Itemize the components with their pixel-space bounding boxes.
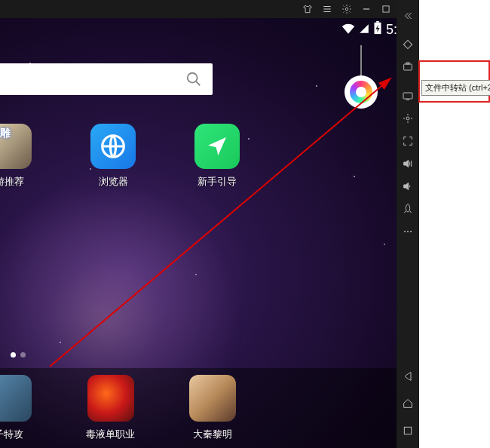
app-label: 子特攻: [0, 428, 23, 441]
settings-icon[interactable]: [341, 4, 352, 14]
app-label: 游推荐: [0, 175, 24, 189]
browser-icon: [90, 124, 136, 169]
svg-rect-1: [383, 6, 389, 12]
location-icon[interactable]: [397, 107, 419, 130]
svg-rect-14: [404, 427, 411, 434]
screenshot-icon[interactable]: [397, 56, 419, 78]
android-screen: 5:42 游推荐 浏览器 新手引导: [0, 18, 418, 448]
callout-box: 文件中转站 (ctrl+2): [418, 60, 490, 103]
dock-icon-3: [189, 375, 236, 422]
fullscreen-icon[interactable]: [397, 130, 419, 152]
volume-up-icon[interactable]: [397, 152, 419, 175]
svg-point-12: [407, 231, 409, 232]
svg-rect-9: [403, 93, 412, 99]
home-icon[interactable]: [397, 392, 419, 415]
boost-icon[interactable]: [397, 198, 419, 220]
svg-point-0: [345, 8, 348, 11]
volume-down-icon[interactable]: [397, 175, 419, 198]
svg-rect-8: [406, 63, 409, 64]
collapse-icon[interactable]: [397, 5, 419, 27]
page-dot-active: [11, 352, 16, 357]
floating-ball[interactable]: [345, 75, 378, 109]
signal-icon: [359, 22, 369, 38]
search-input[interactable]: [0, 73, 185, 85]
app-recommend[interactable]: 游推荐: [0, 124, 32, 189]
svg-point-11: [404, 231, 406, 232]
svg-point-13: [410, 231, 412, 232]
app-label: 新手引导: [198, 175, 237, 189]
file-transfer-icon[interactable]: [397, 84, 419, 107]
recents-icon[interactable]: [397, 419, 419, 442]
search-box[interactable]: [0, 63, 213, 95]
tooltip: 文件中转站 (ctrl+2): [421, 80, 490, 96]
tshirt-icon[interactable]: [302, 4, 313, 14]
more-icon[interactable]: [397, 220, 419, 243]
dock-icon-2: [87, 375, 134, 422]
svg-rect-3: [376, 21, 379, 23]
app-guide[interactable]: 新手引导: [194, 124, 240, 189]
svg-rect-7: [404, 64, 412, 70]
guide-icon: [194, 124, 240, 169]
emulator-sidebar: [397, 0, 419, 448]
maximize-icon[interactable]: [381, 4, 391, 14]
back-icon[interactable]: [397, 365, 419, 388]
svg-rect-6: [403, 40, 412, 48]
app-label: 浏览器: [99, 175, 128, 189]
dock-app-2[interactable]: 毒液单职业: [86, 375, 135, 441]
dock-app-1[interactable]: 子特攻: [0, 375, 32, 441]
dock-icon-1: [0, 375, 32, 422]
rotate-icon[interactable]: [397, 33, 419, 56]
battery-charging-icon: [373, 21, 382, 38]
app-label: 大秦黎明: [193, 428, 232, 441]
app-browser[interactable]: 浏览器: [90, 124, 136, 189]
window-titlebar: [0, 0, 418, 18]
emulator-window: 5:42 游推荐 浏览器 新手引导: [0, 0, 418, 448]
app-recommend-icon: [0, 124, 32, 169]
dock-app-3[interactable]: 大秦黎明: [189, 375, 236, 441]
floating-ball-icon: [350, 81, 372, 103]
minimize-icon[interactable]: [361, 4, 372, 14]
dock: 子特攻 毒液单职业 大秦黎明: [0, 368, 418, 448]
page-dot: [20, 352, 26, 357]
page-indicator: [11, 352, 26, 357]
svg-point-4: [188, 73, 198, 83]
app-row: 游推荐 浏览器 新手引导: [0, 124, 240, 189]
search-icon: [185, 71, 202, 87]
floating-ball-tether: [360, 45, 362, 78]
svg-point-10: [406, 117, 409, 120]
menu-icon[interactable]: [322, 4, 332, 14]
wifi-icon: [341, 22, 355, 38]
app-label: 毒液单职业: [86, 428, 135, 441]
